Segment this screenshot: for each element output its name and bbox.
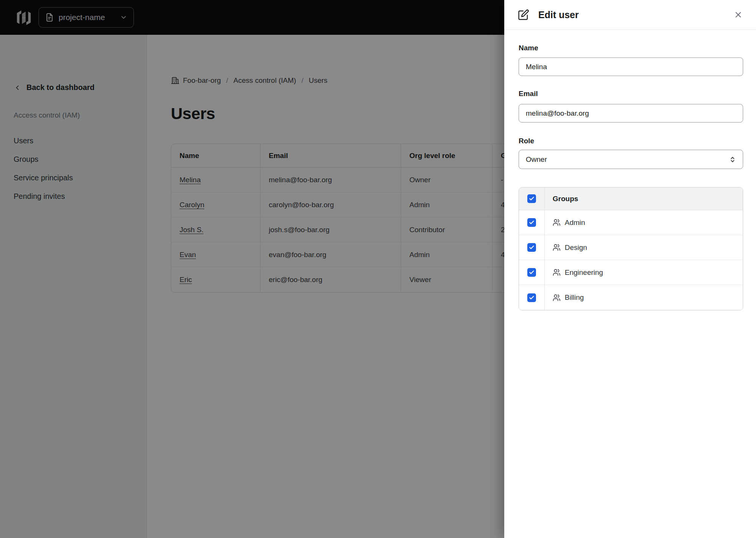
group-checkbox[interactable] bbox=[527, 293, 536, 302]
group-checkbox[interactable] bbox=[527, 268, 536, 277]
users-group-icon bbox=[553, 268, 561, 276]
users-group-icon bbox=[553, 219, 561, 226]
group-label: Billing bbox=[565, 293, 584, 302]
group-row: Billing bbox=[519, 285, 743, 310]
group-checkbox-cell bbox=[519, 235, 545, 260]
role-field-label: Role bbox=[519, 136, 743, 146]
groups-card-header-label: Groups bbox=[545, 188, 743, 210]
drawer-title: Edit user bbox=[538, 9, 732, 20]
group-checkbox-cell bbox=[519, 285, 545, 310]
groups-card-header: Groups bbox=[519, 188, 743, 210]
checkmark-icon bbox=[529, 295, 534, 301]
group-checkbox-cell bbox=[519, 260, 545, 285]
group-label: Design bbox=[565, 243, 587, 252]
edit-icon bbox=[518, 9, 529, 20]
select-chevrons-icon bbox=[728, 155, 737, 164]
checkmark-icon bbox=[529, 196, 534, 202]
group-row: Admin bbox=[519, 210, 743, 235]
close-button[interactable] bbox=[732, 8, 745, 21]
checkmark-icon bbox=[529, 220, 534, 225]
users-group-icon bbox=[553, 294, 561, 302]
groups-select-all-cell bbox=[519, 188, 545, 210]
close-icon bbox=[734, 10, 743, 19]
checkmark-icon bbox=[529, 270, 534, 275]
name-input[interactable] bbox=[519, 57, 743, 76]
drawer-header: Edit user bbox=[504, 0, 756, 30]
group-checkbox[interactable] bbox=[527, 243, 536, 252]
name-field-label: Name bbox=[519, 43, 743, 53]
groups-card: Groups Admin bbox=[519, 187, 743, 310]
role-select[interactable]: Owner bbox=[519, 150, 743, 169]
group-row: Design bbox=[519, 235, 743, 260]
edit-user-drawer: Edit user Name Email Role Owner bbox=[504, 0, 756, 538]
email-input[interactable] bbox=[519, 104, 743, 122]
group-label: Admin bbox=[565, 219, 585, 227]
groups-select-all-checkbox[interactable] bbox=[527, 194, 536, 203]
email-field-label: Email bbox=[519, 89, 743, 98]
group-label: Engineering bbox=[565, 268, 603, 277]
group-checkbox-cell bbox=[519, 210, 545, 235]
group-checkbox[interactable] bbox=[527, 218, 536, 227]
group-row: Engineering bbox=[519, 260, 743, 285]
users-group-icon bbox=[553, 243, 561, 251]
drawer-body: Name Email Role Owner Groups bbox=[504, 43, 756, 310]
checkmark-icon bbox=[529, 245, 534, 250]
role-select-value: Owner bbox=[526, 155, 547, 164]
